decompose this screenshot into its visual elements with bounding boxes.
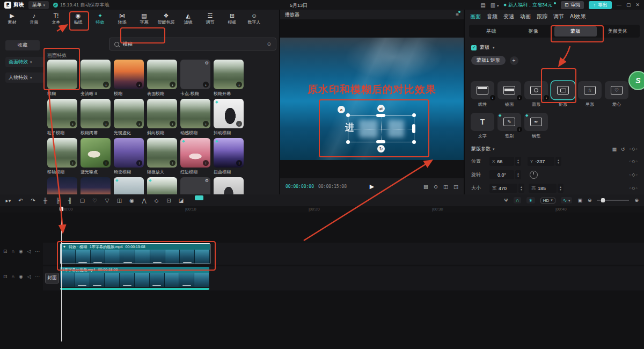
effect-card[interactable]: ◆ ↓ 扭曲模糊 [214,138,244,177]
play-button[interactable]: ▶ [370,183,374,190]
mask-shape-mir[interactable]: ↓ 镜面 [497,81,522,113]
effect-card[interactable]: ↓ 动感模糊 [180,99,210,138]
effect-card[interactable]: ↓ 畸变模糊 [114,138,144,177]
reset-icon[interactable]: ↺ [621,147,625,152]
mask-rotate-handle[interactable]: ↻ [377,145,385,152]
export-button[interactable]: ↑ 导出 [589,1,612,9]
mask-feather-handle[interactable]: a [338,106,345,113]
more-icon[interactable]: ⋯ [35,249,40,254]
position-keyframe[interactable]: ‹◇› [630,159,638,164]
download-icon[interactable]: ↓ [70,160,76,166]
mask-corner-handle[interactable] [346,140,350,144]
download-icon[interactable]: ↓ [236,160,242,166]
download-icon[interactable]: ↓ [170,121,175,127]
download-icon[interactable]: ↓ [236,121,242,127]
download-icon[interactable]: ↓ [170,160,175,166]
track-type-icon[interactable]: ⊡ [3,249,7,254]
mask-shape-heart[interactable]: ♡ 爱心 [604,81,629,113]
timeline-tracks[interactable]: ⊡∩◉◁⋯ ⊡∩◉◁⋯ 封面 ✦ 特效 · 模糊 1带字幕的视频.mp4 00:… [0,213,644,349]
mute-icon[interactable]: ◁ [27,274,31,279]
effect-card[interactable]: ◆ ↓ [114,177,144,194]
download-icon[interactable]: ↓ [203,160,209,166]
mask-shape-text[interactable]: T 文字 [470,113,495,144]
favorites-button[interactable]: 收藏 [5,40,40,50]
mask-edge-handle-bottom[interactable] [376,140,385,143]
download-icon[interactable]: ↓ [136,121,142,127]
download-icon[interactable]: ↓ [136,160,142,166]
track-type-icon[interactable]: ⊡ [3,274,7,279]
position-x-stepper[interactable]: ▲▼ [515,157,521,166]
zoom-out-icon[interactable]: ⊖ [588,198,592,203]
library-tab-media[interactable]: ▶ 素材 [1,12,23,25]
curve-edit-icon[interactable]: ▦ [612,147,617,152]
library-tab-adjust[interactable]: ☲ 调节 [199,12,221,25]
ratio-icon[interactable]: ◫ [443,184,448,190]
properties-subtab[interactable]: 抠像 [513,26,555,37]
download-icon[interactable]: ↓ [103,82,109,88]
layout-dropdown-icon[interactable]: ▥ ▾ [491,2,499,8]
trim-left-icon[interactable]: ╟ [52,198,64,203]
gear-icon[interactable]: ⚙ [205,61,209,66]
height-field[interactable]: 高 185 [529,184,557,193]
split-icon[interactable]: ╫ [39,198,52,203]
minimize-button[interactable]: — [617,2,621,8]
effect-card[interactable]: ◆ ↓ 红边模糊 [180,138,210,177]
properties-tab[interactable]: AI效果 [570,13,586,20]
effect-card[interactable]: ◆ ↓ [147,177,177,194]
main-video-clip[interactable]: 1带字幕的视频.mp4 00:00:15:08 [60,267,209,290]
mute-icon[interactable]: ◁ [27,249,31,254]
stabilize-icon[interactable]: ▽ [101,198,113,203]
library-tab-smart-pack[interactable]: ❖ 智能包装 [155,12,177,25]
review-button[interactable]: ⊡ 审阅 [561,1,584,9]
properties-tab[interactable]: 音频 [487,13,497,20]
link-toggle-icon[interactable]: ∗ [526,197,535,203]
crop-icon[interactable]: ⊡ [163,198,175,203]
preview-quality-dropdown[interactable]: HD ▾ [540,198,555,203]
effect-card[interactable]: ↓ 模糊开幕 [214,60,244,99]
library-tab-digital-human[interactable]: ☺ 数字人 [243,12,265,25]
position-y-field[interactable]: Y -237 [528,157,554,166]
effect-card[interactable]: ↓ 变清晰 II [80,60,111,99]
timeline-zoom-slider[interactable] [597,200,629,201]
position-y-stepper[interactable]: ▲▼ [555,157,561,166]
timeline-ruler[interactable]: |00:00|00:10|00:20|00:30|00:40 [0,206,644,213]
gear-icon[interactable]: ⚙ [205,178,209,183]
visibility-icon[interactable]: ◉ [19,249,23,254]
mask-tool-icon[interactable]: ♡ [89,198,101,203]
effect-card[interactable]: ↓ 表面模糊 [147,60,177,99]
download-icon[interactable]: ↓ [103,121,109,127]
download-icon[interactable]: ↓ [70,121,76,127]
effect-card[interactable]: ↓ [47,177,77,194]
mask-corner-handle[interactable] [412,113,416,117]
effect-card[interactable]: ↓ [214,177,244,194]
reverse-play-icon[interactable]: ◉ [126,198,138,203]
assistant-bubble[interactable]: S [628,71,644,90]
effect-clip[interactable]: ✦ 特效 · 模糊 1带字幕的视频.mp4 00:00:15:08 [60,243,210,264]
library-tab-template[interactable]: ⊞ 模板 [221,12,243,25]
rotate-icon[interactable]: ◇ [150,198,163,203]
visibility-icon[interactable]: ◉ [19,274,23,279]
mask-edge-handle-top[interactable] [376,114,385,117]
download-icon[interactable]: ↓ [103,160,109,166]
library-tab-text[interactable]: T! 文本 [45,12,67,25]
mask-shape-cir[interactable]: ↓ 圆形 [524,81,548,113]
download-icon[interactable]: ↓ [236,82,242,88]
cover-view-icon[interactable]: ▣ [577,198,582,203]
properties-tab[interactable]: 画面 [470,13,481,20]
mask-invert-handle[interactable]: ⇄ [377,105,385,112]
freeze-frame-icon[interactable]: ◫ [113,198,126,203]
redo-icon[interactable]: ↷ [27,198,39,203]
mask-corner-handle[interactable] [346,113,350,117]
library-tab-sticker[interactable]: ◉ 贴纸 [67,12,89,25]
properties-tab[interactable]: 变速 [503,13,514,20]
effect-card[interactable]: ↓ 模糊 [114,60,144,99]
snap-toggle-icon[interactable]: ∩ [514,197,521,203]
width-field[interactable]: 宽 470 [489,184,517,193]
rotation-field[interactable]: 0.0° [489,170,514,179]
fullscreen-icon[interactable]: ◳ [453,184,458,190]
rotation-dial[interactable] [530,171,538,179]
close-button[interactable]: ✕ [635,2,640,8]
player-stage[interactable]: 原水印和模糊后的对比效果 进 a [280,19,464,178]
waveform-toggle-icon[interactable]: ∿ ▾ [561,197,573,203]
rotation-stepper[interactable]: ▲▼ [515,170,521,179]
